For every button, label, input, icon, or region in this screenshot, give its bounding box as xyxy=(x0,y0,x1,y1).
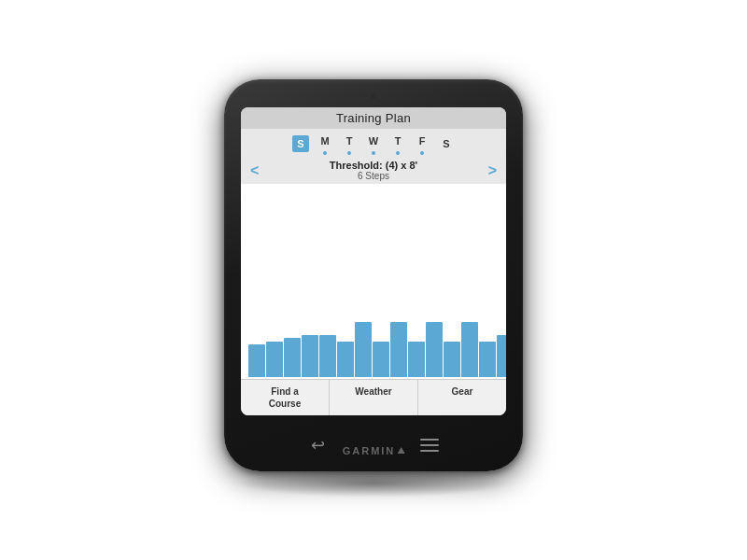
day-wednesday[interactable]: W xyxy=(365,133,382,155)
hamburger-icon xyxy=(420,439,439,452)
chart-bar xyxy=(426,322,443,377)
chart-bar xyxy=(497,335,506,377)
gear-button[interactable]: Gear xyxy=(418,380,506,415)
find-course-button[interactable]: Find aCourse xyxy=(241,380,330,415)
chart-bar xyxy=(479,342,496,377)
chart-bar xyxy=(444,342,460,377)
garmin-logo: GARMIN xyxy=(343,445,405,456)
sensor-dot xyxy=(372,94,376,99)
workout-row: < Threshold: (4) x 8' 6 Steps > xyxy=(241,157,506,184)
chart-bar xyxy=(373,342,389,377)
day-sunday[interactable]: S xyxy=(292,135,309,152)
chart-bar xyxy=(461,322,478,377)
garmin-triangle-icon xyxy=(397,447,404,454)
day-friday[interactable]: F xyxy=(414,133,430,155)
prev-button[interactable]: < xyxy=(250,162,259,179)
screen-bezel: Training Plan S M T xyxy=(241,107,506,415)
next-button[interactable]: > xyxy=(488,162,497,179)
weather-button[interactable]: Weather xyxy=(330,380,418,415)
chart-area xyxy=(241,184,506,379)
garmin-device: Training Plan S M T xyxy=(224,79,523,481)
day-saturday[interactable]: S xyxy=(438,135,455,152)
chart-bar xyxy=(319,335,336,377)
back-icon: ↩ xyxy=(311,435,325,455)
chart-bar xyxy=(355,322,372,377)
day-monday[interactable]: M xyxy=(317,133,333,155)
garmin-text: GARMIN xyxy=(343,445,396,456)
workout-info: Threshold: (4) x 8' 6 Steps xyxy=(330,160,417,181)
day-tuesday[interactable]: T xyxy=(341,133,358,155)
chart-bar xyxy=(266,342,283,377)
chart-bar xyxy=(248,344,265,377)
workout-steps: 6 Steps xyxy=(330,171,417,181)
chart-bar xyxy=(408,342,425,377)
days-row: S M T W xyxy=(241,129,506,157)
screen: Training Plan S M T xyxy=(241,107,506,415)
chart-bar xyxy=(284,338,301,377)
chart-bar xyxy=(390,322,407,377)
day-thursday[interactable]: T xyxy=(389,133,406,155)
device-shadow xyxy=(238,469,509,497)
device-body: Training Plan S M T xyxy=(224,79,523,471)
chart-bar xyxy=(337,342,354,377)
menu-button[interactable] xyxy=(416,432,443,458)
screen-title: Training Plan xyxy=(241,107,506,129)
back-button[interactable]: ↩ xyxy=(304,432,331,458)
workout-title: Threshold: (4) x 8' xyxy=(330,160,417,171)
chart-bar xyxy=(302,335,318,377)
bottom-menu: Find aCourse Weather Gear xyxy=(241,379,506,415)
